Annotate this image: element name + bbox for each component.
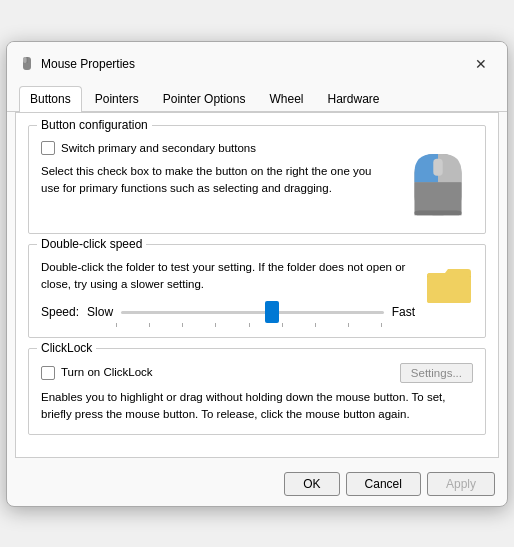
- settings-button[interactable]: Settings...: [400, 363, 473, 383]
- dialog-buttons: OK Cancel Apply: [7, 466, 507, 506]
- tick-1: [116, 323, 117, 327]
- tick-8: [348, 323, 349, 327]
- button-config-content: Switch primary and secondary buttons Sel…: [41, 140, 473, 223]
- window-icon: [19, 56, 35, 72]
- apply-button[interactable]: Apply: [427, 472, 495, 496]
- clicklock-row: Turn on ClickLock Settings...: [41, 363, 473, 383]
- mouse-icon-area: [403, 140, 473, 223]
- svg-rect-8: [427, 276, 471, 303]
- button-config-inner: Switch primary and secondary buttons Sel…: [41, 140, 473, 223]
- clicklock-desc: Enables you to highlight or drag without…: [41, 389, 473, 424]
- button-config-left: Switch primary and secondary buttons Sel…: [41, 140, 393, 198]
- ok-button[interactable]: OK: [284, 472, 339, 496]
- speed-label: Speed:: [41, 305, 79, 319]
- slider-ticks: [115, 323, 383, 327]
- mouse-properties-window: Mouse Properties ✕ Buttons Pointers Poin…: [6, 41, 508, 507]
- fast-label: Fast: [392, 305, 415, 319]
- tick-3: [182, 323, 183, 327]
- double-click-desc: Double-click the folder to test your set…: [41, 259, 415, 294]
- button-config-desc: Select this check box to make the button…: [41, 163, 393, 198]
- clicklock-title: ClickLock: [37, 341, 96, 355]
- switch-buttons-label: Switch primary and secondary buttons: [61, 140, 256, 157]
- svg-rect-5: [414, 182, 461, 215]
- folder-icon: [425, 259, 473, 307]
- button-config-title: Button configuration: [37, 118, 152, 132]
- tick-4: [215, 323, 216, 327]
- clicklock-section: ClickLock Turn on ClickLock Settings... …: [28, 348, 486, 435]
- double-click-left: Double-click the folder to test your set…: [41, 259, 415, 328]
- slow-label: Slow: [87, 305, 113, 319]
- speed-slider[interactable]: [121, 301, 384, 323]
- slider-thumb[interactable]: [265, 301, 279, 323]
- tab-buttons[interactable]: Buttons: [19, 86, 82, 112]
- window-title: Mouse Properties: [41, 57, 135, 71]
- svg-rect-1: [23, 57, 27, 63]
- clicklock-checkbox[interactable]: [41, 366, 55, 380]
- tab-pointer-options[interactable]: Pointer Options: [152, 86, 257, 111]
- switch-buttons-row: Switch primary and secondary buttons: [41, 140, 393, 157]
- tick-2: [149, 323, 150, 327]
- title-bar: Mouse Properties ✕: [7, 42, 507, 78]
- switch-buttons-checkbox[interactable]: [41, 141, 55, 155]
- speed-row: Speed: Slow Fast: [41, 301, 415, 323]
- tab-pointers[interactable]: Pointers: [84, 86, 150, 111]
- button-config-section: Button configuration Switch primary and …: [28, 125, 486, 234]
- svg-rect-4: [433, 158, 442, 175]
- tick-6: [282, 323, 283, 327]
- tick-5: [249, 323, 250, 327]
- main-content: Button configuration Switch primary and …: [15, 112, 499, 458]
- tick-9: [381, 323, 382, 327]
- tick-7: [315, 323, 316, 327]
- double-click-section: Double-click speed Double-click the fold…: [28, 244, 486, 339]
- clicklock-content: Turn on ClickLock Settings... Enables yo…: [41, 363, 473, 424]
- tabs-bar: Buttons Pointers Pointer Options Wheel H…: [7, 78, 507, 112]
- title-bar-left: Mouse Properties: [19, 56, 135, 72]
- tab-wheel[interactable]: Wheel: [258, 86, 314, 111]
- slider-track: [121, 311, 384, 314]
- svg-rect-6: [414, 210, 461, 215]
- folder-icon-area[interactable]: [425, 259, 473, 307]
- close-button[interactable]: ✕: [467, 50, 495, 78]
- mouse-illustration: [403, 140, 473, 220]
- clicklock-checkbox-row: Turn on ClickLock: [41, 364, 153, 381]
- clicklock-label: Turn on ClickLock: [61, 364, 153, 381]
- tab-hardware[interactable]: Hardware: [316, 86, 390, 111]
- double-click-title: Double-click speed: [37, 237, 146, 251]
- cancel-button[interactable]: Cancel: [346, 472, 421, 496]
- double-click-content: Double-click the folder to test your set…: [41, 259, 473, 328]
